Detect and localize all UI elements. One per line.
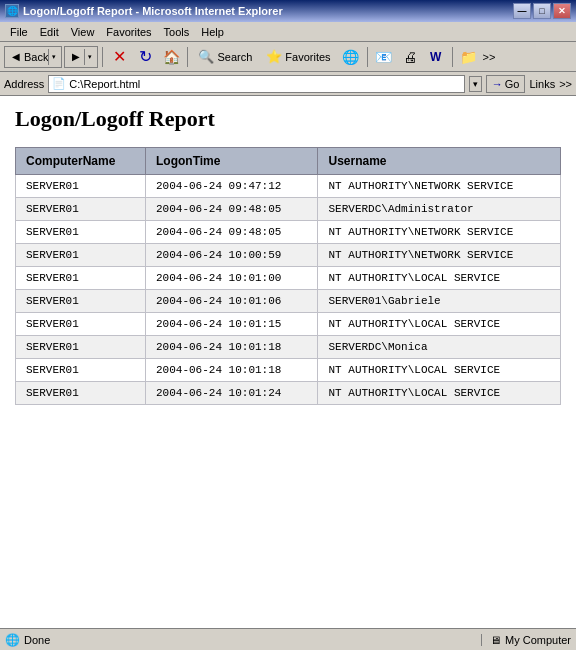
- toolbar-sep-4: [452, 47, 453, 67]
- cell-user: NT AUTHORITY\NETWORK SERVICE: [318, 221, 561, 244]
- table-header-row: ComputerName LogonTime Username: [16, 148, 561, 175]
- links-label: Links: [529, 78, 555, 90]
- address-value: C:\Report.html: [69, 78, 140, 90]
- table-row: SERVER012004-06-24 10:01:18SERVERDC\Moni…: [16, 336, 561, 359]
- window-icon: 🌐: [5, 4, 19, 18]
- back-dropdown-icon[interactable]: ▾: [48, 49, 58, 65]
- report-table: ComputerName LogonTime Username SERVER01…: [15, 147, 561, 405]
- cell-computer: SERVER01: [16, 198, 146, 221]
- cell-computer: SERVER01: [16, 336, 146, 359]
- menu-bar: File Edit View Favorites Tools Help: [0, 22, 576, 42]
- cell-time: 2004-06-24 09:47:12: [146, 175, 318, 198]
- table-row: SERVER012004-06-24 10:01:06SERVER01\Gabr…: [16, 290, 561, 313]
- toolbar: ◀ Back ▾ ▶ ▾ ✕ ↻ 🏠 🔍 Search ⭐ Favorites …: [0, 42, 576, 72]
- maximize-button[interactable]: □: [533, 3, 551, 19]
- cell-time: 2004-06-24 09:48:05: [146, 198, 318, 221]
- address-dropdown-icon[interactable]: ▾: [469, 76, 482, 92]
- cell-computer: SERVER01: [16, 290, 146, 313]
- mail-button[interactable]: 📧: [372, 45, 396, 69]
- word-button[interactable]: W: [424, 45, 448, 69]
- go-label: Go: [505, 78, 520, 90]
- toolbar-sep-3: [367, 47, 368, 67]
- menu-view[interactable]: View: [65, 25, 101, 39]
- go-button[interactable]: → Go: [486, 75, 526, 93]
- cell-time: 2004-06-24 10:01:15: [146, 313, 318, 336]
- refresh-button[interactable]: ↻: [133, 45, 157, 69]
- cell-user: NT AUTHORITY\LOCAL SERVICE: [318, 359, 561, 382]
- cell-user: NT AUTHORITY\LOCAL SERVICE: [318, 267, 561, 290]
- cell-user: NT AUTHORITY\LOCAL SERVICE: [318, 313, 561, 336]
- table-row: SERVER012004-06-24 10:01:00NT AUTHORITY\…: [16, 267, 561, 290]
- main-content: Logon/Logoff Report ComputerName LogonTi…: [0, 96, 576, 628]
- search-label: Search: [217, 51, 252, 63]
- toolbar-sep-2: [187, 47, 188, 67]
- forward-button[interactable]: ▶ ▾: [64, 46, 98, 68]
- cell-user: NT AUTHORITY\NETWORK SERVICE: [318, 244, 561, 267]
- minimize-button[interactable]: —: [513, 3, 531, 19]
- cell-computer: SERVER01: [16, 359, 146, 382]
- back-button[interactable]: ◀ Back ▾: [4, 46, 62, 68]
- column-header-computer: ComputerName: [16, 148, 146, 175]
- cell-time: 2004-06-24 10:01:00: [146, 267, 318, 290]
- status-text: Done: [24, 634, 50, 646]
- address-input[interactable]: 📄 C:\Report.html: [48, 75, 464, 93]
- cell-computer: SERVER01: [16, 175, 146, 198]
- table-row: SERVER012004-06-24 10:00:59NT AUTHORITY\…: [16, 244, 561, 267]
- home-button[interactable]: 🏠: [159, 45, 183, 69]
- cell-user: SERVERDC\Administrator: [318, 198, 561, 221]
- address-label: Address: [4, 78, 44, 90]
- cell-time: 2004-06-24 10:01:18: [146, 359, 318, 382]
- cell-computer: SERVER01: [16, 382, 146, 405]
- favorites-icon: ⭐: [266, 49, 282, 64]
- computer-icon: 🖥: [490, 634, 501, 646]
- toolbar-sep-1: [102, 47, 103, 67]
- cell-time: 2004-06-24 10:01:18: [146, 336, 318, 359]
- stop-button[interactable]: ✕: [107, 45, 131, 69]
- menu-edit[interactable]: Edit: [34, 25, 65, 39]
- status-computer-text: My Computer: [505, 634, 571, 646]
- menu-favorites[interactable]: Favorites: [100, 25, 157, 39]
- print-button[interactable]: 🖨: [398, 45, 422, 69]
- cell-time: 2004-06-24 10:00:59: [146, 244, 318, 267]
- table-row: SERVER012004-06-24 10:01:18NT AUTHORITY\…: [16, 359, 561, 382]
- table-row: SERVER012004-06-24 09:48:05SERVERDC\Admi…: [16, 198, 561, 221]
- column-header-user: Username: [318, 148, 561, 175]
- table-row: SERVER012004-06-24 09:48:05NT AUTHORITY\…: [16, 221, 561, 244]
- close-button[interactable]: ✕: [553, 3, 571, 19]
- title-bar: 🌐 Logon/Logoff Report - Microsoft Intern…: [0, 0, 576, 22]
- ie-page-icon: 📄: [52, 77, 66, 90]
- status-bar: 🌐 Done 🖥 My Computer: [0, 628, 576, 650]
- go-arrow-icon: →: [492, 78, 503, 90]
- search-button[interactable]: 🔍 Search: [192, 45, 258, 69]
- toolbar-more[interactable]: >>: [483, 51, 496, 63]
- status-icon: 🌐: [5, 633, 20, 647]
- cell-time: 2004-06-24 10:01:06: [146, 290, 318, 313]
- table-row: SERVER012004-06-24 09:47:12NT AUTHORITY\…: [16, 175, 561, 198]
- window-title: Logon/Logoff Report - Microsoft Internet…: [23, 5, 283, 17]
- back-label: Back: [24, 51, 48, 63]
- status-right: 🖥 My Computer: [481, 634, 571, 646]
- table-row: SERVER012004-06-24 10:01:24NT AUTHORITY\…: [16, 382, 561, 405]
- report-title: Logon/Logoff Report: [15, 106, 561, 132]
- cell-computer: SERVER01: [16, 244, 146, 267]
- cell-computer: SERVER01: [16, 313, 146, 336]
- search-icon: 🔍: [198, 49, 214, 64]
- back-arrow-icon: ◀: [8, 49, 24, 65]
- cell-time: 2004-06-24 10:01:24: [146, 382, 318, 405]
- menu-tools[interactable]: Tools: [158, 25, 196, 39]
- cell-user: SERVER01\Gabriele: [318, 290, 561, 313]
- cell-user: SERVERDC\Monica: [318, 336, 561, 359]
- forward-dropdown-icon[interactable]: ▾: [84, 49, 94, 65]
- favorites-button[interactable]: ⭐ Favorites: [260, 45, 336, 69]
- title-bar-controls: — □ ✕: [513, 3, 571, 19]
- cell-user: NT AUTHORITY\LOCAL SERVICE: [318, 382, 561, 405]
- links-more-icon: >>: [559, 78, 572, 90]
- column-header-time: LogonTime: [146, 148, 318, 175]
- menu-help[interactable]: Help: [195, 25, 230, 39]
- forward-arrow-icon: ▶: [68, 49, 84, 65]
- media-button[interactable]: 🌐: [339, 45, 363, 69]
- status-left: 🌐 Done: [5, 633, 50, 647]
- folder-button[interactable]: 📁: [457, 45, 481, 69]
- menu-file[interactable]: File: [4, 25, 34, 39]
- cell-computer: SERVER01: [16, 267, 146, 290]
